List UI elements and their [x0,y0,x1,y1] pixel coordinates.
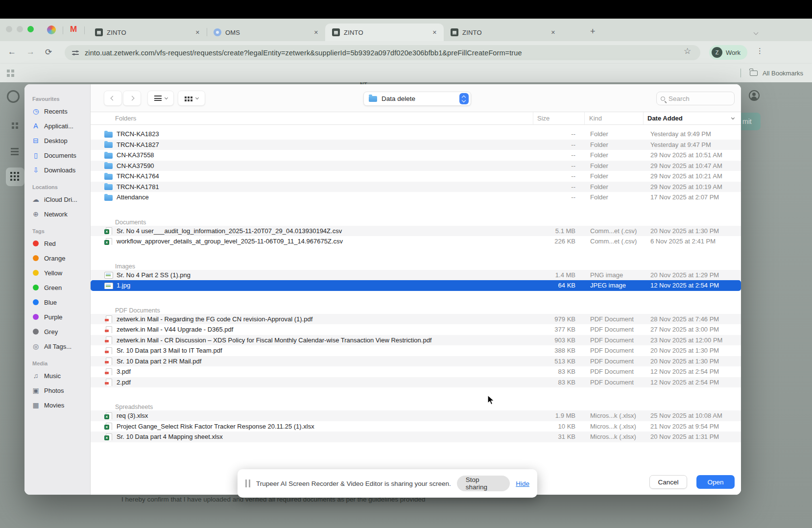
list-view-button[interactable] [147,91,174,106]
sidebar-item-music[interactable]: ♫Music [31,368,90,383]
browser-tab[interactable]: ZINTO✕ [88,24,207,41]
sidebar-item-red[interactable]: Red [31,236,90,251]
zoom-window-icon[interactable] [27,26,34,32]
file-size: 83 KB [533,379,584,386]
dropdown-stepper-icon[interactable] [459,93,469,104]
sidebar-item-documents[interactable]: ▯Documents [31,148,90,163]
file-row[interactable]: TRCN-KA1764--Folder29 Nov 2025 at 10:21 … [91,171,741,182]
column-header-date-added[interactable]: Date Added [643,112,741,124]
alltags-icon: ◎ [31,342,40,350]
tag-dot-icon [33,329,39,335]
file-row[interactable]: CN-KA37558--Folder29 Nov 2025 at 10:51 A… [91,150,741,161]
forward-icon[interactable]: → [26,47,35,57]
file-name-cell: TRCN-KA1823 [91,130,533,138]
sidebar-item-network[interactable]: ⊕Network [31,207,90,221]
user-account-icon[interactable] [749,90,760,101]
sidebar-item-movies[interactable]: ▦Movies [31,398,90,412]
file-row[interactable]: 2.pdf83 KBPDF Document12 Nov 2025 at 2:5… [91,377,741,388]
file-row[interactable]: Sr. 10 Data part 2 HR Mail.pdf513 KBPDF … [91,356,741,367]
cancel-button[interactable]: Cancel [649,475,687,489]
sidebar-item-desktop[interactable]: ⊟Desktop [31,133,90,148]
sidebar-item-icloud-dri[interactable]: ☁iCloud Dri... [31,192,90,207]
file-row[interactable]: zetwerk.in Mail - Regarding the FG code … [91,314,741,325]
sidebar-group-label: Locations [32,184,90,190]
column-header-kind[interactable]: Kind [584,112,643,124]
bookmark-star-icon[interactable]: ☆ [684,46,691,56]
open-button[interactable]: Open [696,475,735,489]
tab-close-icon[interactable]: ✕ [312,28,320,37]
window-controls[interactable] [6,26,34,32]
dialog-sidebar: Favourites◷RecentsAApplicati...⊟Desktop▯… [24,84,91,495]
url-bar[interactable]: zinto.uat.zetwerk.com/vfs-request/reques… [65,45,700,60]
file-row[interactable]: TRCN-KA1823--FolderYesterday at 9:49 PM [91,129,741,140]
new-tab-button[interactable]: + [590,26,596,37]
sidebar-item-grey[interactable]: Grey [31,324,90,339]
file-row[interactable]: zetwerk.in Mail - CR Discussion – XDS Po… [91,335,741,346]
browser-menu-icon[interactable]: ⋮ [756,47,764,55]
sidebar-item-orange[interactable]: Orange [31,251,90,265]
file-row[interactable]: req (3).xlsx1.9 MBMicros...k (.xlsx)25 N… [91,410,741,421]
file-row[interactable]: TRCN-KA1827--FolderYesterday at 9:47 PM [91,140,741,150]
file-row[interactable]: Sr. No 4 Part 2 SS (1).png1.4 MBPNG imag… [91,270,741,281]
file-row[interactable]: workflow_approver_details_at_group_level… [91,236,741,247]
file-row[interactable]: CN-KA37590--Folder29 Nov 2025 at 10:47 A… [91,161,741,171]
active-nav-tile[interactable] [6,168,24,186]
file-row[interactable]: 1.jpg64 KBJPEG image12 Nov 2025 at 2:54 … [91,280,741,291]
file-row[interactable]: zetwerk.in Mail - V44 Upgrade - D365.pdf… [91,324,741,335]
site-settings-icon[interactable] [72,50,79,55]
sidebar-item-photos[interactable]: ▣Photos [31,383,90,398]
file-row[interactable]: Sr. 10 Data part 3 Mail to IT Team.pdf38… [91,345,741,356]
date-added-label: Date Added [647,115,683,122]
search-input[interactable] [669,95,722,102]
sidebar-item-all-tags[interactable]: ◎All Tags... [31,339,90,354]
file-row[interactable]: 3.pdf83 KBPDF Document12 Nov 2025 at 2:5… [91,366,741,377]
all-bookmarks[interactable]: All Bookmarks [740,64,803,82]
sidebar-item-green[interactable]: Green [31,280,90,295]
sidebar-item-recents[interactable]: ◷Recents [31,104,90,119]
browser-tab[interactable]: ZINTO✕ [444,24,562,41]
browser-tab[interactable]: OMS✕ [207,24,325,41]
pdf-file-icon [104,336,113,343]
hamburger-menu-icon[interactable] [11,148,19,149]
dialog-back-button[interactable] [104,91,122,106]
tab-groups-icon[interactable] [7,70,10,72]
sidebar-item-applicati[interactable]: AApplicati... [31,119,90,133]
file-row[interactable]: Sr. 10 Data part 4 Mapping sheet.xlsx31 … [91,432,741,442]
location-dropdown[interactable]: Data delete [363,92,471,106]
search-field[interactable] [656,92,735,105]
url-text[interactable]: zinto.uat.zetwerk.com/vfs-request/reques… [85,49,522,57]
tab-close-icon[interactable]: ✕ [430,28,439,37]
column-header-size[interactable]: Size [533,112,584,124]
sidebar-item-purple[interactable]: Purple [31,310,90,324]
sharing-message: Trupeer AI Screen Recorder & Video Edito… [256,480,451,487]
browser-tab[interactable]: ZINTO✕ [325,24,444,41]
extension-icon[interactable] [47,25,56,34]
reload-icon[interactable]: ⟳ [45,47,52,57]
group-view-button[interactable] [178,91,205,106]
sidebar-item-blue[interactable]: Blue [31,295,90,310]
minimize-window-icon[interactable] [17,26,23,32]
sidebar-item-yellow[interactable]: Yellow [31,265,90,280]
tab-close-icon[interactable]: ✕ [549,28,557,37]
close-window-icon[interactable] [6,26,12,32]
tab-search-icon[interactable] [754,27,758,36]
submit-button-partial[interactable]: mit [739,113,761,130]
file-name-cell: zetwerk.in Mail - CR Discussion – XDS Po… [91,336,533,344]
sidebar-item-label: Photos [44,387,64,394]
sidebar-item-label: Downloads [44,167,75,174]
profile-chip[interactable]: Z Work [709,45,747,60]
hide-link[interactable]: Hide [516,480,529,487]
file-row[interactable]: Project Gange_Select Risk Factor Tracker… [91,421,741,432]
file-row[interactable]: TRCN-KA1781--Folder29 Nov 2025 at 10:19 … [91,182,741,192]
app-grid-icon[interactable] [12,122,14,125]
dialog-forward-button[interactable] [123,91,141,106]
tab-close-icon[interactable]: ✕ [193,28,202,37]
file-row[interactable]: Sr. No 4 user___audit_log_information_20… [91,226,741,237]
file-row[interactable]: Attendance--Folder17 Nov 2025 at 2:07 PM [91,192,741,203]
gmail-pinned-tab-icon[interactable]: M [70,24,77,34]
sidebar-item-downloads[interactable]: ⇩Downloads [31,163,90,177]
stop-sharing-button[interactable]: Stop sharing [457,476,510,491]
back-icon[interactable]: ← [8,47,16,57]
file-name: 1.jpg [117,282,130,289]
file-name-cell: Sr. No 4 Part 2 SS (1).png [91,271,533,279]
